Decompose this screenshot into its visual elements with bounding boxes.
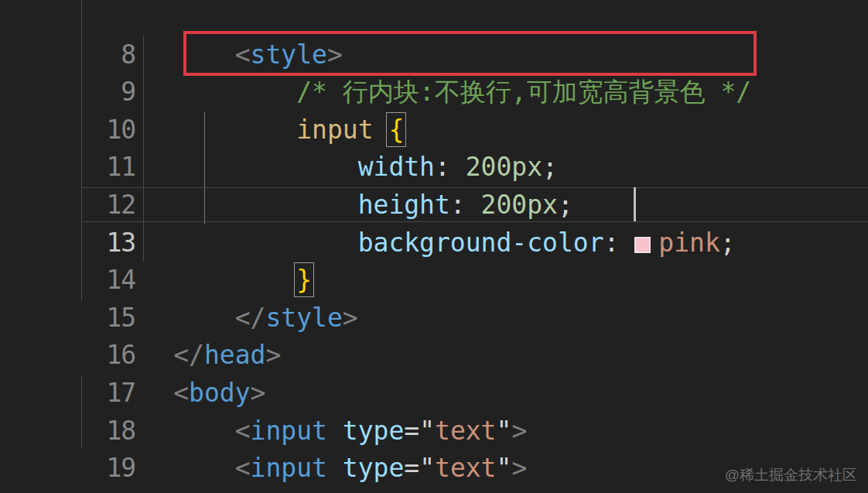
line-number[interactable]: 8 bbox=[92, 36, 135, 74]
close-brace-matched: } bbox=[296, 265, 312, 295]
open-brace-matched: { bbox=[388, 115, 404, 145]
code-line-8[interactable]: 8 <style> bbox=[0, 0, 868, 36]
line-number[interactable]: 11 bbox=[92, 149, 135, 187]
text-cursor bbox=[634, 187, 636, 221]
code-editor[interactable]: 8 <style> 9 /* 行内块:不换行,可加宽高背景色 */ 10 inp… bbox=[0, 0, 868, 493]
line-number[interactable]: 20 bbox=[92, 488, 135, 493]
line-number[interactable]: 15 bbox=[92, 300, 135, 337]
line-number[interactable]: 19 bbox=[92, 450, 135, 488]
line-number[interactable]: 18 bbox=[92, 413, 135, 450]
css-value-pink: pink bbox=[658, 228, 719, 258]
code-area: 8 <style> 9 /* 行内块:不换行,可加宽高背景色 */ 10 inp… bbox=[0, 0, 868, 488]
line-number[interactable]: 17 bbox=[92, 375, 135, 413]
line-number[interactable]: 16 bbox=[92, 337, 135, 375]
line-number-active[interactable]: 13 bbox=[92, 224, 135, 262]
line-number[interactable]: 9 bbox=[92, 74, 135, 111]
color-swatch-pink[interactable] bbox=[634, 237, 651, 253]
line-number[interactable]: 14 bbox=[92, 262, 135, 300]
css-comment: /* 行内块:不换行,可加宽高背景色 */ bbox=[296, 77, 751, 107]
line-number[interactable]: 12 bbox=[92, 187, 135, 224]
watermark: @稀土掘金技术社区 bbox=[725, 465, 857, 485]
line-number[interactable]: 10 bbox=[92, 111, 135, 149]
